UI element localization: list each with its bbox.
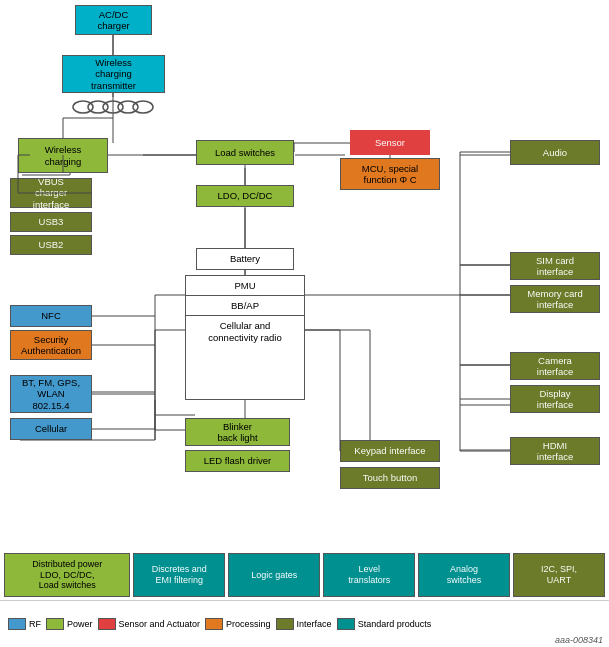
memory-card-interface: Memory cardinterface: [510, 285, 600, 313]
pmu-label: PMU: [186, 276, 304, 296]
legend-interface: Interface: [276, 618, 332, 630]
legend-standard: Standard products: [337, 618, 432, 630]
usb2: USB2: [10, 235, 92, 255]
legend-processing: Processing: [205, 618, 271, 630]
load-switches: Load switches: [196, 140, 294, 165]
sensor-swatch: [98, 618, 116, 630]
interface-swatch: [276, 618, 294, 630]
legend-rf: RF: [8, 618, 41, 630]
mcu-special-function: MCU, specialfunction Φ C: [340, 158, 440, 190]
discretes-emi: Discretes andEMI filtering: [133, 553, 225, 597]
battery: Battery: [196, 248, 294, 270]
i2c-spi-uart: I2C, SPI,UART: [513, 553, 605, 597]
display-interface: Displayinterface: [510, 385, 600, 413]
security-authentication: SecurityAuthentication: [10, 330, 92, 360]
bb-ap-label: BB/AP: [186, 296, 304, 316]
legend-sensor: Sensor and Actuator: [98, 618, 201, 630]
usb3: USB3: [10, 212, 92, 232]
nfc: NFC: [10, 305, 92, 327]
legend: RF Power Sensor and Actuator Processing …: [0, 600, 609, 647]
legend-power: Power: [46, 618, 93, 630]
pmu-wrapper: PMU BB/AP Cellular andconnectivity radio: [185, 275, 305, 400]
cellular-radio-label: Cellular andconnectivity radio: [186, 316, 304, 349]
led-flash-driver: LED flash driver: [185, 450, 290, 472]
rf-swatch: [8, 618, 26, 630]
analog-switches: Analogswitches: [418, 553, 510, 597]
reference-number: aaa-008341: [555, 635, 603, 645]
ac-dc-charger: AC/DC charger: [75, 5, 152, 35]
touch-button: Touch button: [340, 467, 440, 489]
ldo-dcdc: LDO, DC/DC: [196, 185, 294, 207]
distributed-power: Distributed powerLDO, DC/DC,Load switche…: [4, 553, 130, 597]
standard-swatch: [337, 618, 355, 630]
svg-point-31: [133, 101, 153, 113]
coil-symbol: [68, 97, 158, 117]
power-swatch: [46, 618, 64, 630]
blinker-backlight: Blinkerback light: [185, 418, 290, 446]
sensor: Sensor: [350, 130, 430, 155]
level-translators: Leveltranslators: [323, 553, 415, 597]
bottom-row: Distributed powerLDO, DC/DC,Load switche…: [0, 553, 609, 597]
camera-interface: Camerainterface: [510, 352, 600, 380]
audio: Audio: [510, 140, 600, 165]
bt-fm-gps-wlan: BT, FM, GPS,WLAN802.15.4: [10, 375, 92, 413]
cellular: Cellular: [10, 418, 92, 440]
logic-gates: Logic gates: [228, 553, 320, 597]
wireless-charging: Wirelesscharging: [18, 138, 108, 173]
sim-card-interface: SIM cardinterface: [510, 252, 600, 280]
keypad-interface: Keypad interface: [340, 440, 440, 462]
processing-swatch: [205, 618, 223, 630]
vbus-charger-interface: VBUSchargerinterface: [10, 178, 92, 208]
hdmi-interface: HDMIinterface: [510, 437, 600, 465]
wireless-charging-transmitter: Wirelesschargingtransmitter: [62, 55, 165, 93]
